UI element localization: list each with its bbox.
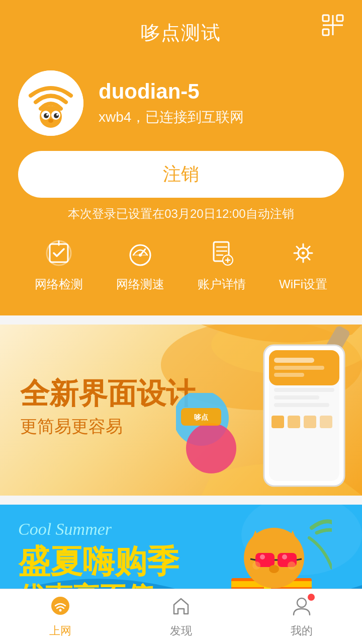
- banner1-title: 全新界面设计: [20, 376, 195, 411]
- svg-rect-42: [274, 403, 329, 407]
- nav-label-internet: 上网: [49, 623, 71, 638]
- quick-actions: 网络检测 网络测速: [18, 240, 344, 297]
- quick-action-speed-test[interactable]: 网络测速: [116, 240, 164, 292]
- svg-rect-2: [323, 29, 329, 35]
- svg-point-68: [252, 561, 260, 570]
- wifi-nav-icon: [49, 595, 71, 621]
- scan-icon[interactable]: [322, 14, 344, 41]
- profile-info: duodian-5 xwb4，已连接到互联网: [99, 79, 244, 127]
- header: 哆点测试: [0, 0, 362, 55]
- app-decoration: 哆点: [176, 393, 256, 486]
- svg-rect-38: [274, 366, 324, 370]
- svg-point-72: [59, 609, 62, 612]
- banner2-title: 盛夏嗨购季: [18, 544, 179, 579]
- section-gap: [0, 315, 362, 325]
- nav-item-discover[interactable]: 发现: [121, 595, 241, 638]
- nav-label-discover: 发现: [170, 623, 192, 638]
- account-detail-label: 账户详情: [198, 276, 246, 292]
- svg-point-48: [186, 423, 236, 473]
- speed-test-label: 网络测速: [116, 276, 164, 292]
- svg-point-12: [56, 114, 58, 116]
- svg-rect-40: [274, 388, 334, 392]
- wifi-settings-icon: [290, 240, 316, 270]
- svg-line-61: [250, 559, 255, 560]
- svg-point-9: [44, 113, 49, 118]
- banner1-text: 全新界面设计 更简易更容易: [20, 376, 195, 438]
- svg-rect-45: [304, 416, 316, 428]
- svg-rect-39: [274, 373, 304, 377]
- orange-section: duodian-5 xwb4，已连接到互联网 注销 本次登录已设置在03月20日…: [0, 55, 362, 315]
- svg-point-73: [297, 598, 306, 607]
- svg-point-10: [54, 113, 59, 118]
- svg-point-64: [282, 554, 287, 559]
- nav-item-mine[interactable]: 我的: [241, 595, 362, 638]
- svg-rect-46: [320, 416, 332, 428]
- svg-line-62: [297, 559, 302, 560]
- svg-rect-37: [274, 358, 314, 363]
- svg-point-65: [269, 565, 279, 573]
- auto-logout-notice: 本次登录已设置在03月20日12:00自动注销: [18, 206, 344, 222]
- svg-rect-0: [323, 15, 329, 21]
- svg-rect-41: [274, 395, 319, 399]
- svg-rect-44: [288, 416, 300, 428]
- logout-button[interactable]: 注销: [18, 151, 344, 198]
- svg-rect-1: [337, 15, 343, 21]
- header-title: 哆点测试: [141, 20, 221, 46]
- avatar: [18, 70, 83, 136]
- svg-point-11: [46, 114, 48, 116]
- speed-test-icon: [127, 240, 153, 270]
- profile-row: duodian-5 xwb4，已连接到互联网: [18, 70, 344, 136]
- svg-rect-71: [51, 597, 69, 615]
- banner-gap: [0, 496, 362, 505]
- nav-label-mine: 我的: [291, 623, 313, 638]
- design-banner[interactable]: 全新界面设计 更简易更容易: [0, 325, 362, 496]
- svg-point-69: [288, 561, 296, 570]
- person-nav-icon: [291, 595, 313, 621]
- network-check-icon: [46, 240, 72, 270]
- account-detail-icon: [209, 240, 235, 270]
- quick-action-network-check[interactable]: 网络检测: [35, 240, 83, 292]
- svg-point-63: [260, 554, 265, 559]
- profile-name: duodian-5: [99, 79, 244, 104]
- quick-action-account-detail[interactable]: 账户详情: [198, 240, 246, 292]
- profile-subtitle: xwb4，已连接到互联网: [99, 108, 244, 127]
- banner1-subtitle: 更简易更容易: [20, 415, 195, 438]
- svg-point-28: [302, 252, 305, 255]
- bottom-nav: 上网 发现 我的: [0, 589, 362, 644]
- svg-rect-43: [272, 416, 284, 428]
- wifi-settings-label: WiFi设置: [279, 276, 327, 292]
- svg-point-13: [48, 119, 53, 123]
- network-check-label: 网络检测: [35, 276, 83, 292]
- nav-item-internet[interactable]: 上网: [0, 595, 121, 638]
- svg-text:哆点: 哆点: [194, 413, 208, 421]
- home-nav-icon: [170, 595, 192, 621]
- quick-action-wifi-settings[interactable]: WiFi设置: [279, 240, 327, 292]
- phone-mockup: [261, 343, 347, 491]
- banner2-cool-text: Cool Summer: [18, 520, 179, 539]
